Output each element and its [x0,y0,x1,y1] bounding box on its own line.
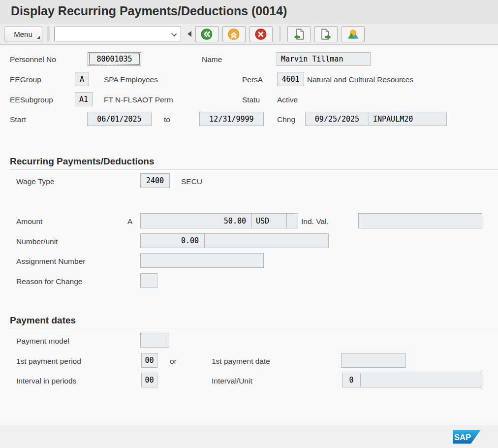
indirect-valuation-label: Ind. Val. [301,217,329,226]
unit-field[interactable] [204,233,329,248]
back-button[interactable] [195,26,218,42]
name-field[interactable]: Marvin Tillman [277,52,371,66]
interval-unit-label: Interval/Unit [212,377,252,385]
previous-record-icon [292,28,306,41]
number-unit-field[interactable]: 0.00 [140,233,205,248]
toolbar: Menu [0,24,498,45]
payment-model-field[interactable] [140,333,169,348]
personnel-no-label: Personnel No [10,55,56,64]
first-payment-date-field[interactable] [341,353,406,368]
amount-field[interactable]: 50.00 [140,213,252,228]
cancel-icon [254,28,268,41]
reason-for-change-label: Reason for Change [16,277,82,286]
changed-date-field[interactable]: 09/25/2025 [305,112,369,126]
number-unit-label: Number/unit [16,237,58,246]
currency-extra-field[interactable] [286,213,298,228]
start-label: Start [10,115,26,124]
collapse-left-icon[interactable] [187,31,191,37]
ee-group-label: EEGroup [10,75,41,84]
exit-icon [227,28,241,41]
currency-field[interactable]: USD [251,213,287,228]
name-label: Name [202,55,222,64]
status-bar [0,425,498,448]
amount-indicator: A [127,217,132,226]
ee-subgroup-field[interactable]: A1 [75,92,93,106]
status-value: Active [277,96,298,104]
command-input[interactable] [57,28,165,40]
section-title-recurring: Recurring Payments/Deductions [10,156,155,167]
status-label: Statu [242,96,260,104]
first-payment-period-label: 1st payment period [16,357,81,366]
back-icon [200,28,214,41]
exit-button[interactable] [222,26,246,42]
to-label: to [164,115,170,124]
wage-type-label: Wage Type [16,177,55,186]
wage-type-description: SECU [181,177,202,186]
assignment-number-field[interactable] [140,253,264,268]
ee-subgroup-label: EESubgroup [10,96,53,104]
reason-for-change-field[interactable] [140,273,157,288]
first-payment-date-label: 1st payment date [212,357,270,366]
toolbar-separator [47,27,50,41]
next-record-icon [319,28,333,41]
or-label: or [170,357,177,366]
previous-record-button[interactable] [287,26,311,42]
title-bar: Display Recurring Payments/Deductions (0… [0,0,498,24]
interval-in-periods-field[interactable]: 00 [141,373,157,387]
page-title: Display Recurring Payments/Deductions (0… [11,4,287,18]
personnel-no-field[interactable]: 80001035 [88,52,141,66]
menu-button-label: Menu [14,30,32,38]
amount-label: Amount [16,217,42,226]
interval-in-periods-label: Interval in periods [16,377,76,385]
next-record-button[interactable] [314,26,338,42]
ee-group-description: SPA Employees [104,75,158,84]
pers-a-field[interactable]: 4601 [277,72,304,86]
sap-logo-text: SAP [454,433,471,442]
ee-subgroup-description: FT N-FLSAOT Perm [104,96,173,104]
pers-a-description: Natural and Cultural Resources [307,75,413,84]
payment-model-label: Payment model [16,337,69,346]
wage-type-field[interactable]: 2400 [140,173,170,188]
section-rule [10,328,498,328]
toolbar-separator [280,26,280,42]
end-date-field[interactable]: 12/31/9999 [199,112,264,126]
chevron-down-icon[interactable] [171,31,177,36]
changed-by-field[interactable]: INPAULM20 [369,112,447,126]
menu-corner-triangle-icon [37,36,40,39]
overview-button[interactable] [342,26,365,42]
indirect-valuation-field[interactable] [358,213,482,228]
cancel-button[interactable] [249,26,273,42]
start-date-field[interactable]: 06/01/2025 [87,112,152,126]
changed-label: Chng [277,115,295,124]
overview-icon [346,28,360,41]
assignment-number-label: Assignment Number [16,257,85,266]
section-rule [10,169,498,170]
menu-button[interactable]: Menu [4,27,42,41]
command-field[interactable] [54,27,181,41]
section-title-payment-dates: Payment dates [10,315,76,326]
interval-value-field[interactable]: 0 [342,373,361,387]
first-payment-period-field[interactable]: 00 [141,353,157,368]
pers-a-label: PersA [242,75,263,84]
interval-unit-field[interactable] [360,373,482,387]
ee-group-field[interactable]: A [75,72,89,86]
sap-logo: SAP [453,430,481,444]
